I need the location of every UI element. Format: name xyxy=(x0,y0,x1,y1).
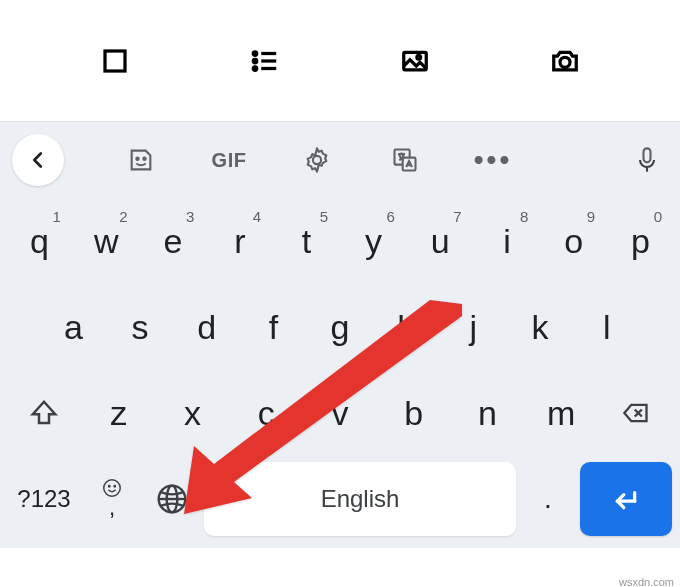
svg-rect-0 xyxy=(105,51,125,71)
svg-point-19 xyxy=(104,480,121,497)
shift-key[interactable] xyxy=(8,376,80,450)
key-z[interactable]: z xyxy=(84,376,154,450)
svg-point-9 xyxy=(560,57,570,67)
enter-key[interactable] xyxy=(580,462,672,536)
key-x[interactable]: x xyxy=(158,376,228,450)
spacebar[interactable]: English xyxy=(204,462,516,536)
svg-point-1 xyxy=(253,51,257,55)
more-icon[interactable]: ••• xyxy=(472,139,514,181)
key-y[interactable]: 6y xyxy=(342,204,405,278)
shift-icon xyxy=(29,398,59,428)
backspace-key[interactable] xyxy=(600,376,672,450)
svg-point-10 xyxy=(136,158,138,160)
enter-icon xyxy=(609,486,643,512)
comma-label: , xyxy=(109,495,115,521)
key-t[interactable]: 5t xyxy=(275,204,338,278)
translate-icon[interactable] xyxy=(384,139,426,181)
chevron-left-icon xyxy=(27,149,49,171)
key-o[interactable]: 9o xyxy=(542,204,605,278)
key-b[interactable]: b xyxy=(379,376,449,450)
key-k[interactable]: k xyxy=(509,290,572,364)
key-f[interactable]: f xyxy=(242,290,305,364)
key-m[interactable]: m xyxy=(526,376,596,450)
language-switch-key[interactable] xyxy=(144,462,200,536)
square-icon[interactable] xyxy=(95,41,135,81)
svg-point-2 xyxy=(253,59,257,63)
key-v[interactable]: v xyxy=(305,376,375,450)
key-r[interactable]: 4r xyxy=(208,204,271,278)
watermark: wsxdn.com xyxy=(619,576,674,587)
globe-icon xyxy=(156,483,188,515)
emoji-key[interactable]: , xyxy=(84,462,140,536)
key-l[interactable]: l xyxy=(575,290,638,364)
key-i[interactable]: 8i xyxy=(476,204,539,278)
key-row-1: 1q2w3e4r5t6y7u8i9o0p xyxy=(6,204,674,278)
svg-point-20 xyxy=(109,485,110,486)
gif-button[interactable]: GIF xyxy=(208,139,250,181)
key-c[interactable]: c xyxy=(231,376,301,450)
key-q[interactable]: 1q xyxy=(8,204,71,278)
key-row-bottom: ?123 , English . xyxy=(6,462,674,536)
back-button[interactable] xyxy=(12,134,64,186)
sticker-icon[interactable] xyxy=(120,139,162,181)
svg-point-11 xyxy=(143,158,145,160)
list-icon[interactable] xyxy=(245,41,285,81)
key-u[interactable]: 7u xyxy=(409,204,472,278)
mic-icon[interactable] xyxy=(626,139,668,181)
image-icon[interactable] xyxy=(395,41,435,81)
symbols-key[interactable]: ?123 xyxy=(8,462,80,536)
key-w[interactable]: 2w xyxy=(75,204,138,278)
key-h[interactable]: h xyxy=(375,290,438,364)
key-j[interactable]: j xyxy=(442,290,505,364)
svg-point-21 xyxy=(114,485,115,486)
key-row-3: zxcvbnm xyxy=(6,376,674,450)
svg-point-8 xyxy=(417,55,421,59)
key-n[interactable]: n xyxy=(453,376,523,450)
key-d[interactable]: d xyxy=(175,290,238,364)
app-toolbar xyxy=(0,0,680,122)
key-e[interactable]: 3e xyxy=(142,204,205,278)
key-a[interactable]: a xyxy=(42,290,105,364)
keyboard: 1q2w3e4r5t6y7u8i9o0p asdfghjkl zxcvbnm ?… xyxy=(0,198,680,548)
svg-rect-15 xyxy=(644,148,651,162)
key-g[interactable]: g xyxy=(309,290,372,364)
key-p[interactable]: 0p xyxy=(609,204,672,278)
keyboard-suggestion-row: GIF ••• xyxy=(0,122,680,198)
period-key[interactable]: . xyxy=(520,462,576,536)
key-row-2: asdfghjkl xyxy=(6,290,674,364)
svg-point-3 xyxy=(253,66,257,70)
settings-icon[interactable] xyxy=(296,139,338,181)
backspace-icon xyxy=(619,399,653,427)
camera-icon[interactable] xyxy=(545,41,585,81)
key-s[interactable]: s xyxy=(109,290,172,364)
suggestion-icons: GIF ••• xyxy=(120,139,514,181)
svg-point-12 xyxy=(313,156,321,164)
